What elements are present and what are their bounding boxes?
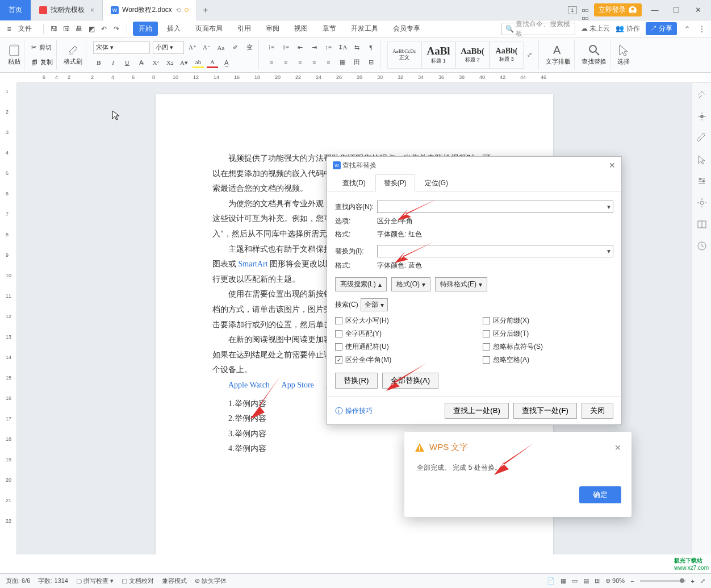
style-h3[interactable]: AaBb(标题 3 (490, 41, 524, 69)
window-close-button[interactable]: ✕ (689, 6, 706, 14)
link[interactable]: App Store (282, 381, 314, 389)
missing-fonts[interactable]: ⊘ 缺失字体 (195, 577, 227, 585)
clear-format-icon[interactable]: ✐ (229, 42, 241, 53)
tab-layout[interactable]: 页面布局 (190, 22, 228, 36)
search-scope-select[interactable]: 全部 ▾ (361, 298, 388, 311)
maximize-button[interactable]: ☐ (668, 6, 685, 14)
command-search[interactable]: 🔍 查找命令、搜索模板 (501, 23, 575, 35)
new-tab-button[interactable]: + (197, 5, 214, 15)
select-button[interactable]: 选择 (614, 40, 633, 70)
justify-icon[interactable]: ≡ (308, 57, 320, 68)
close-icon[interactable]: × (90, 6, 94, 14)
redo-icon[interactable]: ↷ (112, 24, 121, 34)
msgbox-ok-button[interactable]: 确定 (579, 486, 621, 503)
link[interactable]: Apple Watch (228, 381, 270, 389)
chk-wildcard[interactable]: 使用通配符(U) (335, 342, 466, 352)
font-color-icon[interactable]: A▾ (178, 57, 190, 68)
shading-icon[interactable]: ▦ (337, 57, 348, 68)
style-h2[interactable]: AaBb(标题 2 (455, 41, 490, 69)
styles-expand-icon[interactable]: ⤢ (524, 49, 535, 61)
pen-icon[interactable] (697, 133, 707, 143)
sparkle-icon[interactable] (697, 111, 707, 122)
view-icon[interactable]: 📄 (547, 577, 555, 585)
save-as-icon[interactable]: 🖫 (62, 24, 71, 34)
save-icon[interactable]: 🖫 (49, 24, 58, 34)
tab-premium[interactable]: 会员专享 (387, 22, 426, 36)
phonetic-icon[interactable]: 变 (244, 42, 255, 53)
superscript-icon[interactable]: X² (150, 57, 161, 68)
bold-icon[interactable]: B (93, 57, 104, 68)
special-format-button[interactable]: 特殊格式(E) ▾ (435, 277, 487, 291)
copy-button[interactable]: 🗐 复制 (31, 58, 53, 66)
dialog-titlebar[interactable]: W 查找和替换 ✕ (327, 157, 621, 174)
zoom-out-button[interactable]: − (630, 578, 634, 585)
tab-find[interactable]: 查找(D) (334, 174, 374, 191)
chk-ignore-punct[interactable]: 忽略标点符号(S) (483, 342, 613, 352)
tile-1-icon[interactable]: 1 (568, 6, 577, 14)
collab-button[interactable]: 👥 协作 (616, 24, 639, 34)
italic-icon[interactable]: I (107, 57, 119, 68)
shrink-font-icon[interactable]: A⁻ (201, 42, 212, 53)
distribute-icon[interactable]: ≡ (323, 57, 334, 68)
cursor-icon[interactable] (697, 155, 707, 165)
zoom-value[interactable]: ⊕ 90% (605, 577, 625, 585)
tab-templates[interactable]: 找稻壳模板 × (31, 0, 103, 20)
tab-replace[interactable]: 替换(P) (375, 174, 415, 191)
sliders-icon[interactable] (697, 176, 707, 186)
underline-icon[interactable]: U (122, 57, 133, 68)
zoom-slider[interactable] (640, 580, 685, 582)
border-icon[interactable]: 田 (351, 57, 362, 68)
tab-insert[interactable]: 插入 (161, 22, 186, 36)
find-input[interactable]: ▾ (377, 201, 613, 213)
replace-all-button[interactable]: 全部替换(A) (382, 373, 439, 389)
file-menu[interactable]: 文件 (17, 22, 37, 36)
zoom-in-button[interactable]: + (691, 578, 695, 585)
print-preview-icon[interactable]: ◩ (87, 24, 96, 34)
reveal-icon[interactable]: ¶ (365, 41, 377, 53)
align-left-icon[interactable]: ≡ (266, 57, 277, 68)
dialog-close-icon[interactable]: ✕ (609, 161, 616, 170)
format-button[interactable]: 格式(O) ▾ (391, 277, 430, 291)
subscript-icon[interactable]: X₂ (164, 57, 175, 68)
more-vertical-icon[interactable]: ⋮ (697, 24, 706, 34)
chevron-icon[interactable]: ⌃ (683, 24, 692, 34)
align-center-icon[interactable]: ≡ (280, 57, 291, 68)
highlight-icon[interactable]: ab (193, 57, 204, 68)
clock-icon[interactable] (697, 241, 707, 251)
tab-refs[interactable]: 引用 (232, 22, 257, 36)
tab-home[interactable]: 首页 (0, 0, 31, 20)
tab-goto[interactable]: 定位(G) (416, 174, 457, 191)
zoom-fit-icon[interactable]: ⊞ (595, 577, 600, 585)
find-next-button[interactable]: 查找下一处(F) (513, 403, 577, 419)
view-icon[interactable]: ▭ (572, 577, 578, 585)
close-button[interactable]: 关闭 (582, 403, 613, 419)
tab-view[interactable]: 视图 (288, 22, 313, 36)
indent-icon[interactable]: ⇥ (308, 41, 320, 53)
find-replace-button[interactable]: 查找替换 (578, 40, 610, 70)
page-indicator[interactable]: 页面: 6/6 (6, 577, 30, 585)
tab-current-doc[interactable]: W Word教程2.docx ⟲ (103, 0, 197, 20)
chk-fullhalf[interactable]: ✓区分全/半角(M) (335, 355, 466, 365)
cloud-status[interactable]: ☁ 未上云 (581, 24, 610, 34)
print-icon[interactable]: 🖶 (74, 24, 83, 34)
tab-review[interactable]: 审阅 (260, 22, 285, 36)
format-painter[interactable]: 格式刷 (60, 40, 86, 70)
grid-icon[interactable] (582, 6, 589, 14)
align-right-icon[interactable]: ≡ (294, 57, 306, 68)
text-fill-icon[interactable]: A (207, 57, 218, 68)
reload-icon[interactable]: ⟲ (175, 6, 181, 14)
expand-icon[interactable] (697, 90, 707, 100)
numbering-icon[interactable]: 1≡ (280, 41, 291, 53)
style-h1[interactable]: AaBl标题 1 (421, 41, 455, 69)
gear-icon[interactable] (697, 198, 707, 208)
tab-start[interactable]: 开始 (133, 22, 158, 36)
tab-left-icon[interactable]: ⇆ (351, 41, 362, 53)
smartart-link[interactable]: SmartArt (239, 260, 268, 268)
linespace-icon[interactable]: ↕≡ (323, 41, 334, 53)
advanced-search-button[interactable]: 高级搜索(L) ▴ (335, 277, 387, 291)
font-name-select[interactable]: 宋体 ▾ (93, 41, 150, 54)
book-icon[interactable] (697, 219, 707, 230)
fullscreen-icon[interactable]: ⤢ (700, 577, 705, 585)
find-prev-button[interactable]: 查找上一处(B) (445, 403, 509, 419)
outdent-icon[interactable]: ⇤ (294, 41, 306, 53)
